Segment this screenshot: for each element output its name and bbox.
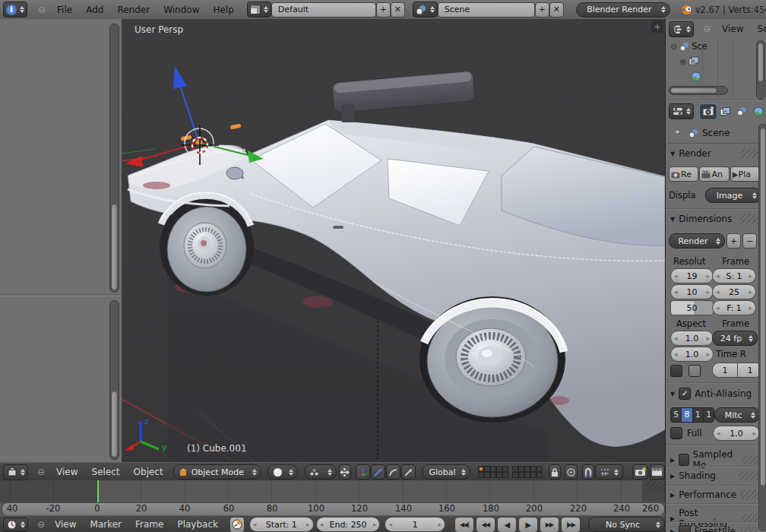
collapse-menus-icon[interactable]: ⊖ [37,519,45,530]
panel-drag-hatch[interactable] [740,149,760,158]
aa-samples-toggle[interactable]: 5811 [670,407,714,423]
lock-to-scene-button[interactable] [549,464,561,480]
editor-type-selector[interactable] [669,21,694,37]
add-preset-button[interactable]: + [726,233,741,249]
tab-render[interactable] [700,104,717,119]
panel-header-shading[interactable]: ▶ Shading [670,470,761,481]
filter-size-field[interactable]: ◂1.0▸ [713,426,760,441]
menu-view[interactable]: View [48,519,83,530]
menu-window[interactable]: Window [157,5,206,15]
spin-right-icon[interactable]: ▸ [306,521,310,528]
timeline-area[interactable]: 40 -20 0 20 40 60 80 100 120 140 160 180… [0,480,665,516]
manipulator-z-arrow[interactable] [173,66,187,89]
proportional-edit-button[interactable] [565,464,577,480]
delete-scene-button[interactable]: ✕ [549,2,564,17]
car-model[interactable] [128,71,665,462]
spin-right-icon[interactable]: ▸ [706,289,710,296]
toolshelf-scrollbar-bottom[interactable] [109,300,119,460]
tab-render-layers[interactable] [717,104,733,119]
collapse-menus-icon[interactable]: ⊖ [38,5,46,15]
spin-right-icon[interactable]: ▸ [706,273,710,280]
menu-object[interactable]: Object [127,467,170,477]
crop-checkbox[interactable] [688,365,701,377]
jump-to-start-button[interactable]: ◀◀| [454,517,474,532]
manipulator-toggle-button[interactable] [339,464,351,480]
viewport-canvas[interactable]: z y [122,19,665,462]
play-rendered-anim-button[interactable]: ▶ Pla [730,166,761,182]
outliner-item-world[interactable] [666,69,755,84]
resolution-percent-slider[interactable]: 50 [670,300,714,315]
time-remap-old-field[interactable]: 1 [712,363,737,378]
spin-right-icon[interactable]: ▸ [749,273,752,280]
scrollbar-thumb[interactable] [670,87,717,93]
open-properties-region-button[interactable]: + [651,21,663,33]
outliner-scrollbar[interactable] [756,40,765,100]
editor-type-selector[interactable] [3,464,28,480]
panel-header-anti-aliasing[interactable]: ▼ ✓ Anti-Aliasing [670,388,763,400]
spin-right-icon[interactable]: ▸ [752,430,756,437]
panel-drag-hatch[interactable] [739,527,758,532]
spin-right-icon[interactable]: ▸ [438,521,442,528]
scrollbar-thumb[interactable] [760,128,766,486]
layers-grid-right[interactable] [512,466,543,478]
transform-orientation-select[interactable]: Global [422,464,470,480]
panel-drag-hatch[interactable] [740,214,760,223]
panel-drag-hatch[interactable] [739,471,758,480]
menu-search[interactable]: Search [751,24,766,34]
panel-header-performance[interactable]: ▶ Performance [670,489,761,500]
panel-divider[interactable] [0,294,122,296]
collapse-menus-icon[interactable]: ⊖ [703,24,711,34]
jump-to-end-button[interactable]: |▶▶ [561,517,581,532]
scrollbar-thumb[interactable] [111,391,118,458]
current-frame-line[interactable] [97,480,99,502]
expand-icon[interactable]: ⊕ [679,57,686,67]
aa-filter-select[interactable]: Mitc [714,407,760,423]
collapse-icon[interactable]: ⊖ [670,42,677,52]
menu-help[interactable]: Help [206,5,240,15]
menu-view[interactable]: View [715,24,750,34]
aspect-y-field[interactable]: ◂1.0▸ [670,347,714,362]
mode-select[interactable]: Object Mode [173,464,261,480]
next-keyframe-button[interactable]: ▶▶ [540,517,559,532]
use-preview-range-button[interactable] [229,517,245,532]
menu-add[interactable]: Add [79,5,110,15]
resolution-x-field[interactable]: ◂19▸ [670,268,714,283]
spin-right-icon[interactable]: ▸ [749,289,752,296]
add-layout-button[interactable]: + [376,2,391,17]
remove-preset-button[interactable]: − [742,233,757,249]
panel-header-render[interactable]: ▼ Render [670,148,763,159]
scene-name-field[interactable]: Scene [438,2,535,17]
spin-right-icon[interactable]: ▸ [749,305,752,312]
tab-world[interactable] [750,104,766,119]
tab-scene[interactable] [733,104,750,119]
panel-header-freestyle[interactable]: ▶ Freestyle [670,525,761,532]
menu-marker[interactable]: Marker [84,519,128,530]
anti-aliasing-checkbox[interactable]: ✓ [679,388,691,400]
sync-mode-select[interactable]: No Sync [588,517,665,532]
freestyle-checkbox[interactable] [679,525,691,532]
menu-render[interactable]: Render [110,5,157,15]
scrollbar-thumb[interactable] [111,204,118,290]
screen-layout-field[interactable]: Default [271,2,376,17]
viewport-3d[interactable]: z y User Persp (1) Cube.001 + [122,19,665,462]
sampled-motion-blur-checkbox[interactable] [679,454,688,466]
toolshelf-scrollbar-top[interactable] [109,24,119,293]
manipulator-z-axis[interactable] [180,86,199,143]
aspect-x-field[interactable]: ◂1.0▸ [670,331,714,346]
play-button[interactable]: ▶ [518,517,538,532]
region-divider[interactable] [666,100,766,101]
current-frame-field[interactable]: ◂ 1 ▸ [385,517,445,532]
render-still-button[interactable]: Re [669,166,698,182]
timeline-ruler-scrollbar[interactable]: 40 -20 0 20 40 60 80 100 120 140 160 180… [2,502,665,516]
prev-keyframe-button[interactable]: ◀◀ [476,517,495,532]
render-animation-button[interactable]: An [699,166,729,182]
render-preset-select[interactable]: Render [669,233,725,249]
full-sample-checkbox[interactable] [670,427,682,439]
scene-browse-button[interactable] [413,2,438,17]
menu-frame[interactable]: Frame [128,519,170,530]
display-mode-select[interactable]: Image [705,188,761,203]
frame-rate-select[interactable]: 24 fp [712,331,758,346]
frame-step-field[interactable]: ◂F: 1▸ [712,300,756,315]
manipulator-scale-button[interactable] [386,464,400,480]
editor-type-selector[interactable]: i [3,2,27,17]
